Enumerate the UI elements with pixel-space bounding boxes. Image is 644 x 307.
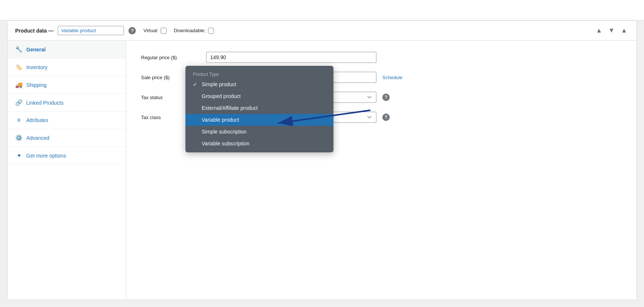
product-type-select[interactable]: Simple product Grouped product External/… (58, 26, 124, 35)
sidebar-item-advanced[interactable]: ⚙️ Advanced (8, 129, 126, 147)
virtual-checkbox[interactable] (161, 28, 167, 34)
product-data-title: Product data — (15, 28, 53, 34)
dropdown-item-variable-label: Variable product (202, 117, 239, 123)
sidebar-item-attributes-label: Attributes (26, 117, 48, 123)
product-data-section: Product data — Simple product Grouped pr… (7, 20, 637, 300)
tax-class-help-icon[interactable]: ? (382, 114, 390, 121)
downloadable-checkbox[interactable] (208, 28, 214, 34)
gear-icon: ⚙️ (15, 134, 23, 141)
sidebar-item-advanced-label: Advanced (26, 135, 49, 141)
dropdown-item-grouped-label: Grouped product (202, 93, 241, 99)
sidebar-item-get-more-options[interactable]: ✦ Get more options (8, 147, 126, 165)
link-icon: 🔗 (15, 99, 23, 106)
sidebar-item-linked-products-label: Linked Products (26, 100, 63, 106)
truck-icon: 🚚 (15, 81, 23, 88)
dropdown-item-grouped[interactable]: Grouped product (185, 90, 333, 102)
sidebar-item-shipping[interactable]: 🚚 Shipping (8, 76, 126, 94)
header-controls: ▲ ▼ ▲ (594, 25, 629, 36)
dropdown-item-simple-label: Simple product (202, 81, 236, 87)
page-wrapper: Product data — Simple product Grouped pr… (0, 0, 644, 307)
dropdown-item-variable-sub[interactable]: Variable subscription (185, 138, 333, 149)
sidebar-item-general[interactable]: 🔧 General (8, 41, 126, 58)
checkmark-simple: ✓ (193, 81, 199, 87)
product-data-header: Product data — Simple product Grouped pr… (8, 21, 636, 41)
list-icon: ≡ (15, 117, 23, 124)
virtual-label: Virtual: (143, 28, 158, 33)
product-data-body: 🔧 General 🏷️ Inventory 🚚 Shipping 🔗 Link… (8, 41, 636, 300)
dropdown-item-simple-sub[interactable]: Simple subscription (185, 126, 333, 138)
dropdown-header: Product Type (185, 69, 333, 78)
downloadable-label: Downloadable: (174, 28, 206, 33)
regular-price-input[interactable] (206, 52, 376, 63)
product-type-dropdown: Product Type ✓ Simple product Grouped pr… (185, 66, 333, 152)
tax-status-help-icon[interactable]: ? (382, 94, 390, 101)
sidebar-item-general-label: General (26, 47, 46, 53)
virtual-checkbox-label[interactable]: Virtual: (143, 28, 166, 34)
dropdown-item-external-label: External/Affiliate product (202, 105, 258, 111)
wrench-icon: 🔧 (15, 46, 23, 53)
virtual-downloadable-group: Virtual: Downloadable: (143, 28, 214, 34)
sidebar-item-get-more-options-label: Get more options (26, 153, 66, 159)
downloadable-checkbox-label[interactable]: Downloadable: (174, 28, 214, 34)
dropdown-item-simple[interactable]: ✓ Simple product (185, 78, 333, 90)
regular-price-row: Regular price ($) (141, 52, 621, 63)
collapse-down-button[interactable]: ▼ (607, 25, 616, 36)
dropdown-item-external[interactable]: External/Affiliate product (185, 102, 333, 114)
product-type-select-wrapper[interactable]: Simple product Grouped product External/… (58, 26, 124, 35)
schedule-link[interactable]: Schedule (382, 75, 402, 80)
expand-button[interactable]: ▲ (619, 25, 629, 36)
dropdown-item-simple-sub-label: Simple subscription (202, 129, 246, 135)
sidebar-item-inventory-label: Inventory (26, 64, 48, 70)
dropdown-item-variable-sub-label: Variable subscription (202, 141, 249, 146)
star-icon: ✦ (15, 152, 23, 159)
sidebar-item-inventory[interactable]: 🏷️ Inventory (8, 58, 126, 76)
main-panel: Regular price ($) Sale price ($) Schedul… (126, 41, 636, 300)
collapse-up-button[interactable]: ▲ (594, 25, 604, 36)
help-icon[interactable]: ? (128, 27, 136, 34)
sidebar-item-shipping-label: Shipping (26, 82, 47, 88)
top-bar (0, 0, 644, 20)
sidebar-item-linked-products[interactable]: 🔗 Linked Products (8, 94, 126, 112)
sidebar: 🔧 General 🏷️ Inventory 🚚 Shipping 🔗 Link… (8, 41, 126, 300)
tag-icon: 🏷️ (15, 64, 23, 71)
dropdown-item-variable[interactable]: Variable product (185, 114, 333, 126)
regular-price-label: Regular price ($) (141, 55, 200, 60)
sidebar-item-attributes[interactable]: ≡ Attributes (8, 112, 126, 129)
